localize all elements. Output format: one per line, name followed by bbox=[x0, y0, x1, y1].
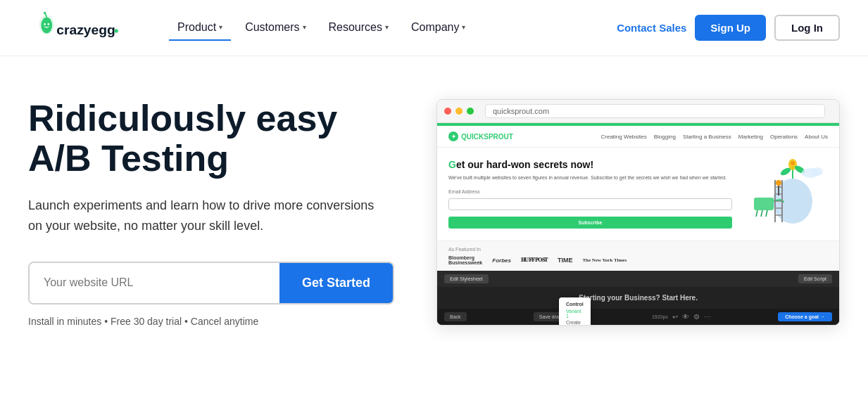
svg-text:crazyegg: crazyegg bbox=[56, 23, 115, 37]
chevron-down-icon: ▾ bbox=[219, 23, 222, 31]
choose-goal-button[interactable]: Choose a goal → bbox=[778, 312, 832, 321]
svg-point-2 bbox=[44, 23, 46, 25]
login-button[interactable]: Log In bbox=[774, 15, 840, 41]
ab-preview: Starting your Business? Start Here. bbox=[437, 287, 839, 309]
nav-right: Contact Sales Sign Up Log In bbox=[617, 15, 840, 41]
more-icon[interactable]: ⋯ bbox=[704, 313, 711, 321]
svg-point-1 bbox=[41, 17, 52, 33]
svg-rect-14 bbox=[754, 198, 774, 210]
browser-top-bar: quicksprout.com bbox=[437, 100, 839, 123]
main-nav: crazyegg Product ▾ Customers ▾ Resources… bbox=[0, 0, 868, 56]
url-form: Get Started bbox=[28, 262, 394, 304]
ab-preview-text: Starting your Business? Start Here. bbox=[444, 294, 832, 302]
nav-item-customers[interactable]: Customers ▾ bbox=[237, 15, 314, 41]
variant-popup: Control Variant 1 Create new variant bbox=[559, 297, 591, 326]
ab-toolbar: Edit Stylesheet Control Variant 1 Create… bbox=[437, 271, 839, 287]
qs-featured: As Featured In BloombergBusinessweek For… bbox=[437, 240, 839, 271]
nav-links: Product ▾ Customers ▾ Resources ▾ Compan… bbox=[169, 15, 617, 41]
svg-line-16 bbox=[761, 210, 762, 217]
edit-script-button[interactable]: Edit Script bbox=[798, 274, 832, 283]
svg-point-3 bbox=[48, 23, 50, 25]
time-logo: TIME bbox=[558, 257, 573, 264]
hero-title: Ridiculously easy A/B Testing bbox=[28, 98, 394, 179]
edit-stylesheet-button[interactable]: Edit Stylesheet bbox=[444, 274, 489, 283]
nav-item-product[interactable]: Product ▾ bbox=[169, 15, 231, 41]
qs-publication-logos: BloombergBusinessweek Forbes 𝐇𝐔𝐅𝐅𝐏𝐎𝐒𝐓 TI… bbox=[448, 255, 828, 265]
browser-url-bar: quicksprout.com bbox=[485, 104, 825, 118]
back-button[interactable]: Back bbox=[444, 312, 467, 321]
quicksprout-site: ✦ QUICKSPROUT Creating Websites Blogging… bbox=[437, 123, 839, 325]
qs-hero-illustration bbox=[743, 159, 828, 229]
svg-line-15 bbox=[756, 210, 757, 217]
signup-button[interactable]: Sign Up bbox=[695, 15, 766, 41]
svg-point-25 bbox=[776, 180, 781, 186]
contact-sales-link[interactable]: Contact Sales bbox=[617, 22, 686, 34]
hero-right: quicksprout.com ✦ QUICKSPROUT Creating W… bbox=[436, 99, 840, 326]
qs-logo-icon: ✦ bbox=[448, 131, 458, 141]
forbes-logo: Forbes bbox=[492, 257, 511, 264]
svg-point-7 bbox=[115, 29, 118, 32]
settings-icon[interactable]: ⚙ bbox=[693, 313, 700, 321]
url-input[interactable] bbox=[30, 263, 279, 303]
nyt-logo: The New York Times bbox=[582, 257, 627, 263]
chevron-down-icon: ▾ bbox=[385, 23, 389, 31]
svg-line-17 bbox=[766, 210, 767, 217]
nav-item-resources[interactable]: Resources ▾ bbox=[320, 15, 397, 41]
huffpost-logo: 𝐇𝐔𝐅𝐅𝐏𝐎𝐒𝐓 bbox=[521, 257, 548, 264]
nav-item-company[interactable]: Company ▾ bbox=[403, 15, 474, 41]
chevron-down-icon: ▾ bbox=[303, 23, 306, 31]
qs-nav-links: Creating Websites Blogging Starting a Bu… bbox=[601, 134, 828, 140]
bloomberg-logo: BloombergBusinessweek bbox=[448, 255, 482, 265]
logo[interactable]: crazyegg bbox=[28, 11, 127, 46]
qs-nav: ✦ QUICKSPROUT Creating Websites Blogging… bbox=[437, 126, 839, 148]
qs-hero-text: We've built multiple websites to seven f… bbox=[448, 174, 732, 182]
ab-bottom-bar: Back Save draft & close 1920px ↩ 👁 ⚙ ⋯ C… bbox=[437, 309, 839, 325]
hero-subtitle: Launch experiments and learn how to driv… bbox=[28, 195, 380, 236]
browser-dot-red bbox=[444, 108, 451, 115]
svg-point-11 bbox=[791, 161, 795, 165]
browser-dot-yellow bbox=[455, 108, 463, 115]
qs-email-label: Email Address bbox=[448, 189, 732, 194]
hero-footnote: Install in minutes • Free 30 day trial •… bbox=[28, 316, 394, 327]
browser-dot-green bbox=[467, 108, 474, 115]
ab-editor-overlay: Edit Stylesheet Control Variant 1 Create… bbox=[437, 271, 839, 325]
undo-icon[interactable]: ↩ bbox=[672, 313, 678, 321]
qs-subscribe-button[interactable]: Subscribe bbox=[448, 217, 732, 229]
hero-section: Ridiculously easy A/B Testing Launch exp… bbox=[0, 56, 868, 355]
ab-controls: 1920px ↩ 👁 ⚙ ⋯ bbox=[652, 313, 711, 321]
qs-email-input[interactable] bbox=[448, 198, 732, 210]
chevron-down-icon: ▾ bbox=[462, 23, 465, 31]
qs-hero-title: Get our hard-won secrets now! bbox=[448, 159, 732, 170]
get-started-button[interactable]: Get Started bbox=[279, 263, 393, 303]
qs-logo: ✦ QUICKSPROUT bbox=[448, 131, 513, 141]
svg-point-5 bbox=[44, 11, 46, 14]
browser-mockup: quicksprout.com ✦ QUICKSPROUT Creating W… bbox=[436, 99, 840, 326]
qs-hero-left: Get our hard-won secrets now! We've buil… bbox=[448, 159, 732, 229]
qs-hero: Get our hard-won secrets now! We've buil… bbox=[437, 148, 839, 240]
hero-left: Ridiculously easy A/B Testing Launch exp… bbox=[28, 98, 394, 327]
qs-featured-label: As Featured In bbox=[448, 247, 828, 252]
eye-icon[interactable]: 👁 bbox=[682, 313, 689, 321]
svg-point-28 bbox=[812, 167, 823, 176]
